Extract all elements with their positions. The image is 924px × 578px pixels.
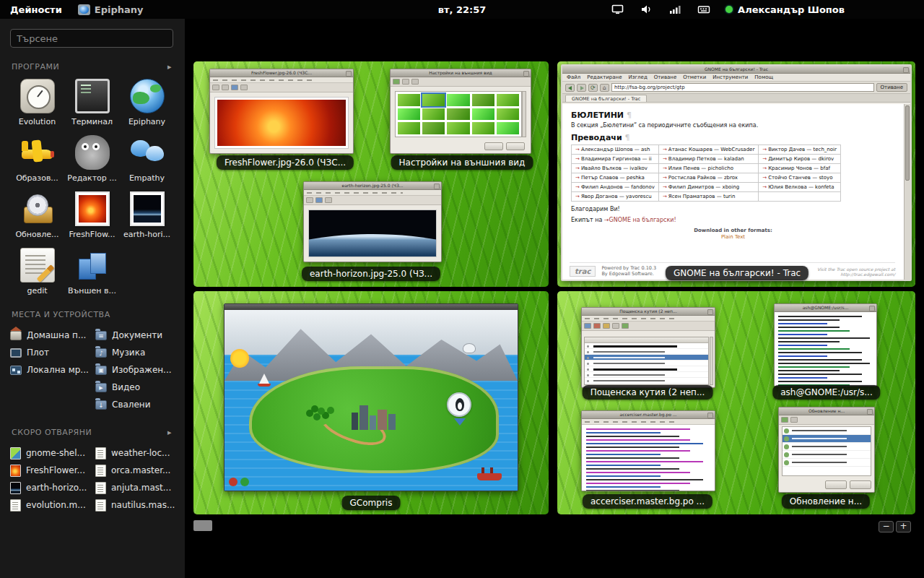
recent-item[interactable]: anjuta.mast... <box>95 479 176 496</box>
browser-tab: GNOME на български! - Trac <box>565 95 647 102</box>
app-label: Редактор ... <box>67 173 117 183</box>
add-workspace-button[interactable]: + <box>896 521 911 532</box>
app-menu[interactable]: Epiphany <box>78 4 144 15</box>
window-trac-browser[interactable]: GNOME на български! - Trac ФайлРедактира… <box>561 64 912 281</box>
app-item-image-editor[interactable]: Редактор ... <box>65 135 119 183</box>
window-gcompris[interactable] <box>224 303 518 491</box>
page-heading: Преводачи ¶ <box>571 133 895 142</box>
text-file-icon <box>95 447 106 460</box>
recent-item[interactable]: earth-horizo... <box>10 479 91 496</box>
scrollbar <box>904 104 910 280</box>
chat-bubbles-icon <box>130 135 165 170</box>
download-block: Download in other formats: Plain Text <box>571 228 895 240</box>
window-label: GCompris <box>342 496 401 510</box>
workspace-4[interactable]: Пощенска кутия (2 неп... Пощенска кутия … <box>557 291 915 514</box>
app-label: Външен в... <box>68 286 116 296</box>
places-header-label: МЕСТА И УСТРОЙСТВА <box>12 310 110 319</box>
app-label: Epiphany <box>128 117 165 126</box>
window-updater[interactable]: Обновление н... <box>778 407 875 493</box>
recent-label: weather-loc... <box>111 448 170 458</box>
window-label: ash@GNOME:/usr/s... <box>772 385 880 400</box>
window-freshflower[interactable]: FreshFlower.jpg-26.0 (ЧЗС... <box>209 69 354 154</box>
place-label: Плот <box>27 348 49 358</box>
table-row: Явор Доганов — yavorescuЯсен Праматаров … <box>572 192 841 202</box>
remove-workspace-button[interactable]: − <box>879 521 894 532</box>
recent-label: earth-horizo... <box>26 483 87 493</box>
place-label: Свалени <box>112 400 151 410</box>
app-item-updates[interactable]: Обновле... <box>10 191 64 239</box>
window-appearance-settings[interactable]: Настройки на външния вид <box>390 69 531 154</box>
volume-icon[interactable] <box>639 3 653 16</box>
screenshot-file-icon <box>10 447 21 460</box>
app-item-earth-horizon[interactable]: earth-hori... <box>120 191 174 239</box>
place-music[interactable]: Музика <box>95 344 176 361</box>
app-item-appearance[interactable]: Външен в... <box>65 248 119 296</box>
app-item-gcompris[interactable]: Образов... <box>10 135 64 183</box>
window-terminal[interactable]: ash@GNOME:/usr/s... <box>774 303 877 387</box>
app-item-empathy[interactable]: Empathy <box>120 135 174 183</box>
browser-tabbar: GNOME на български! - Trac <box>562 94 910 103</box>
programs-section-header: ПРОГРАМИ <box>12 62 172 72</box>
text-file-icon <box>95 482 106 494</box>
city-buildings <box>352 389 402 430</box>
place-desktop[interactable]: Плот <box>10 344 91 361</box>
recent-label: FreshFlower... <box>26 465 85 475</box>
table-row: Владимира Гиргинова — iiВладимир Петков … <box>572 155 841 164</box>
app-item-gedit[interactable]: gedit <box>10 248 64 296</box>
user-menu[interactable]: Александър Шопов <box>725 4 845 15</box>
search-input[interactable] <box>10 29 173 48</box>
menu-item: Изглед <box>628 74 647 80</box>
go-button: Отиване <box>876 83 907 92</box>
app-item-freshflower[interactable]: FreshFlow... <box>65 191 119 239</box>
app-item-epiphany[interactable]: Epiphany <box>120 79 174 126</box>
flower-photo-icon <box>75 191 110 226</box>
workspace-scroll-handle[interactable] <box>193 520 212 531</box>
window-earth-horizon[interactable]: earth-horizon.jpg-25.0 (ЧЗ... <box>303 181 442 262</box>
gnome-shell-overview: Дейности Epiphany вт, 22:57 Александър Ш… <box>0 0 924 578</box>
keyboard-indicator-icon[interactable] <box>697 3 711 16</box>
workspace-1[interactable]: FreshFlower.jpg-26.0 (ЧЗС... FreshFlower… <box>193 61 549 287</box>
workspace-3[interactable]: GCompris <box>193 291 549 514</box>
pilcrow-icon: ¶ <box>624 133 629 142</box>
epiphany-icon <box>78 4 90 15</box>
recent-item[interactable]: evolution.m... <box>10 496 91 514</box>
recent-label: orca.master... <box>111 465 170 475</box>
place-documents[interactable]: Документи <box>95 327 176 344</box>
place-home[interactable]: Домашна п... <box>10 327 91 344</box>
sailboat-icon <box>259 374 269 384</box>
back-button <box>565 84 575 92</box>
recent-expander-icon[interactable] <box>167 428 172 437</box>
pictures-folder-icon <box>95 366 107 375</box>
trees <box>311 405 318 413</box>
updates-list <box>782 426 871 476</box>
app-item-terminal[interactable]: Терминал <box>65 79 119 126</box>
app-item-evolution[interactable]: Evolution <box>10 79 64 126</box>
recent-item[interactable]: nautilus.mas... <box>95 496 176 514</box>
window-toolbar <box>779 415 874 425</box>
recent-item[interactable]: orca.master... <box>95 462 176 479</box>
recent-item[interactable]: gnome-shel... <box>10 444 91 462</box>
window-mail[interactable]: Пощенска кутия (2 неп... <box>581 307 715 388</box>
place-label: Изображен... <box>112 365 172 375</box>
window-po-editor[interactable]: accerciser.master.bg.po ... <box>581 410 715 491</box>
text-file-icon <box>95 465 106 477</box>
window-titlebar: ash@GNOME:/usr/s... <box>775 304 876 312</box>
place-label: Локална мр... <box>27 365 89 375</box>
reload-button <box>588 84 598 92</box>
network-signal-icon[interactable] <box>668 3 682 16</box>
clock[interactable]: вт, 22:57 <box>438 4 487 15</box>
recent-item[interactable]: weather-loc... <box>95 444 176 462</box>
workspace-2[interactable]: GNOME на български! - Trac ФайлРедактира… <box>557 61 915 287</box>
window-label: accerciser.master.bg.po ... <box>583 494 712 509</box>
recent-label: evolution.m... <box>26 500 86 510</box>
software-update-icon <box>20 191 55 226</box>
recent-item[interactable]: FreshFlower... <box>10 462 91 479</box>
activities-button[interactable]: Дейности <box>0 0 72 19</box>
display-icon[interactable] <box>610 3 624 16</box>
window-titlebar: earth-horizon.jpg-25.0 (ЧЗ... <box>304 182 441 190</box>
place-videos[interactable]: Видео <box>95 379 176 396</box>
place-downloads[interactable]: Свалени <box>95 396 176 413</box>
place-network[interactable]: Локална мр... <box>10 361 91 379</box>
programs-expander-icon[interactable] <box>167 62 172 72</box>
place-pictures[interactable]: Изображен... <box>95 361 176 379</box>
